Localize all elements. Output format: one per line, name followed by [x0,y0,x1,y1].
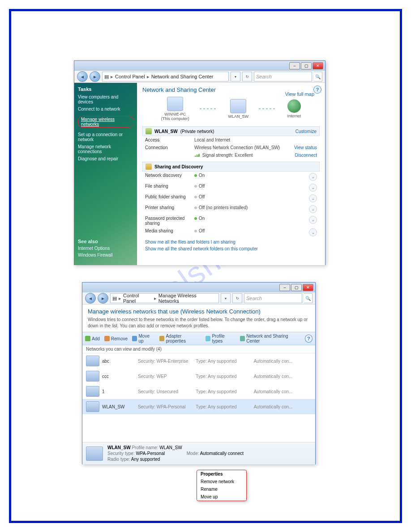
status-off-icon [194,185,197,188]
close-button[interactable]: ✕ [313,62,323,69]
globe-icon [287,99,301,113]
network-name: WLAN_SW [154,129,178,134]
wireless-network-icon [86,446,103,461]
maximize-button[interactable]: ▢ [291,284,302,291]
map-connection-line [200,108,218,109]
status-on-icon [194,217,197,220]
search-icon[interactable]: 🔍 [304,293,313,303]
back-button[interactable]: ◄ [77,71,88,82]
refresh-button[interactable]: ↻ [242,72,252,82]
forward-button[interactable]: ► [98,293,108,304]
expand-button[interactable]: ⌄ [309,216,317,224]
show-files-link[interactable]: Show me all the files and folders I am s… [145,240,317,245]
expand-button[interactable]: ⌄ [309,228,317,236]
network-map: View full map WINNIE-PC (This computer) … [156,97,306,121]
wireless-network-icon [86,371,99,382]
sidebar-item-internet-options[interactable]: Internet Options [78,246,113,251]
detail-network-name: WLAN_SW [107,445,131,450]
context-menu: Properties Remove network Rename Move up [197,470,247,501]
network-row[interactable]: 1 Security: Unsecured Type: Any supporte… [82,384,315,399]
connection-value: Wireless Network Connection (WLAN_SW) [194,145,294,150]
context-menu-properties[interactable]: Properties [197,470,246,478]
sidebar-item-manage-connections[interactable]: Manage network connections [78,144,133,154]
sidebar-item-view-computers[interactable]: View computers and devices [78,94,133,104]
status-on-icon [194,174,197,177]
breadcrumb-root-icon: ▤ [104,74,109,80]
sharing-row-public-folder: Public folder sharing Off ⌄ [142,193,320,204]
show-folders-link[interactable]: Show me all the shared network folders o… [145,246,317,251]
status-off-icon [194,206,197,209]
expand-button[interactable]: ⌄ [309,184,317,192]
add-button[interactable]: Add [85,336,100,341]
help-icon[interactable]: ? [313,86,321,94]
breadcrumb-root-icon: ▤ [112,296,117,301]
signal-label: Signal strength: [202,153,234,158]
add-icon [85,336,90,341]
page-description: Windows tries to connect to these networ… [82,317,315,332]
forward-button[interactable]: ► [90,71,100,82]
signal-value: Excellent [235,153,253,158]
sidebar-item-windows-firewall[interactable]: Windows Firewall [78,253,113,257]
expand-button[interactable]: ⌄ [309,173,317,181]
page-title: Manage wireless networks that use (Wirel… [82,305,315,317]
sidebar-item-diagnose-repair[interactable]: Diagnose and repair [78,156,133,161]
address-bar: ◄ ► ▤ ▸ Control Panel ▸ Manage Wireless … [82,292,315,305]
connection-label: Connection [145,145,194,150]
sharing-discovery-header: Sharing and Discovery [142,162,320,172]
details-pane: WLAN_SW Profile name: WLAN_SW Security t… [82,442,315,464]
context-menu-rename[interactable]: Rename [197,485,246,493]
access-value: Local and Internet [194,137,317,142]
profile-types-button[interactable]: Profile types [206,334,235,343]
window-titlebar[interactable]: – ▢ ✕ [82,283,315,292]
path-dropdown[interactable]: ▾ [221,293,231,303]
expand-button[interactable]: ⌄ [309,194,317,202]
customize-link[interactable]: Customize [295,129,317,134]
expand-button[interactable]: ⌄ [309,205,317,213]
refresh-button[interactable]: ↻ [232,293,242,303]
router-icon [230,99,246,113]
wireless-network-icon [86,356,99,366]
close-button[interactable]: ✕ [303,284,313,291]
remove-icon [104,336,110,341]
sidebar-item-connect-network[interactable]: Connect to a network [78,107,133,112]
context-menu-move-up[interactable]: Move up [197,493,246,501]
search-input[interactable]: Search [254,72,312,82]
breadcrumb-segment[interactable]: Network and Sharing Center [151,74,214,79]
back-button[interactable]: ◄ [85,293,96,304]
move-up-button[interactable]: Move up [132,334,155,343]
breadcrumb-segment[interactable]: Control Panel [123,293,152,304]
breadcrumb[interactable]: ▤ ▸ Control Panel ▸ Network and Sharing … [102,72,229,82]
sidebar-heading: Tasks [78,86,133,92]
minimize-button[interactable]: – [279,284,290,291]
manage-wireless-networks-window: – ▢ ✕ ◄ ► ▤ ▸ Control Panel ▸ Manage Wir… [82,282,316,464]
breadcrumb[interactable]: ▤ ▸ Control Panel ▸ Manage Wireless Netw… [110,293,219,303]
network-row[interactable]: abc Security: WPA-Enterprise Type: Any s… [82,353,315,369]
minimize-button[interactable]: – [289,62,300,69]
remove-button[interactable]: Remove [104,336,128,341]
help-icon[interactable]: ? [305,335,313,343]
network-section-header: WLAN_SW (Private network) Customize [142,126,320,136]
sharing-row-file-sharing: File sharing Off ⌄ [142,182,320,193]
tasks-sidebar: Tasks View computers and devices Connect… [74,83,137,265]
sidebar-item-setup-connection[interactable]: Set up a connection or network [78,132,133,142]
path-dropdown[interactable]: ▾ [231,72,240,82]
view-status-link[interactable]: View status [294,145,317,150]
context-menu-remove[interactable]: Remove network [197,478,246,485]
search-icon[interactable]: 🔍 [314,72,322,82]
network-row[interactable]: ccc Security: WEP Type: Any supported Au… [82,369,315,384]
network-row-selected[interactable]: WLAN_SW Security: WPA-Personal Type: Any… [82,399,315,414]
sharing-row-network-discovery: Network discovery On ⌄ [142,172,320,182]
network-scope: (Private network) [180,129,214,134]
sidebar-item-manage-wireless[interactable]: Manage wireless networks [78,116,133,128]
window-titlebar[interactable]: – ▢ ✕ [74,61,325,71]
breadcrumb-segment[interactable]: Control Panel [115,74,145,79]
maximize-button[interactable]: ▢ [301,62,312,69]
map-node-label: Internet [287,114,301,118]
network-sharing-center-button[interactable]: Network and Sharing Center [240,334,300,343]
adapter-properties-button[interactable]: Adapter properties [159,334,201,343]
view-full-map-link[interactable]: View full map [285,91,314,97]
network-sharing-center-window: – ▢ ✕ ◄ ► ▤ ▸ Control Panel ▸ Network an… [74,60,325,265]
breadcrumb-segment[interactable]: Manage Wireless Networks [158,293,217,304]
search-input[interactable]: Search [244,293,302,303]
disconnect-link[interactable]: Disconnect [295,153,317,158]
